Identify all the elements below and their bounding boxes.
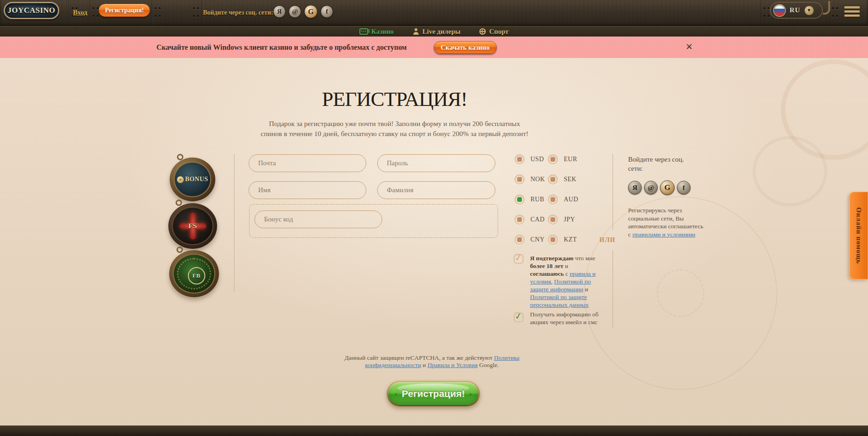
terms-bold: более 18 лет (530, 263, 563, 269)
online-help-tab[interactable]: Онлайн помощь (849, 192, 868, 279)
nav-bar: $$$ Казино Live дилеры Спорт (0, 26, 868, 37)
yandex-login-icon[interactable]: Я (628, 181, 642, 194)
facebook-login-icon[interactable]: f (677, 181, 691, 194)
email-field[interactable] (249, 154, 366, 172)
bonus-badge: + BONUS (170, 158, 215, 201)
currency-option-sek[interactable]: SEK (548, 174, 577, 185)
currency-label: CAD (530, 216, 545, 223)
password-field[interactable] (377, 154, 495, 172)
download-casino-button[interactable]: Скачать казино (434, 41, 497, 54)
currency-label: AUD (564, 196, 578, 203)
radio-icon[interactable] (548, 235, 558, 245)
recaptcha-plain: Данный сайт защищен reCAPTCHA, а так же … (344, 354, 494, 361)
radio-icon[interactable] (548, 194, 558, 205)
newsletter-checkbox[interactable]: ✓ (514, 312, 524, 322)
currency-option-cad[interactable]: CAD (515, 214, 545, 225)
logo[interactable]: JOYCASINO (4, 2, 59, 19)
terms-text: Я подтверждаю что мне более 18 лет и сог… (530, 254, 597, 309)
dealer-icon (413, 28, 419, 35)
recaptcha-plain: Google. (478, 362, 499, 368)
rivets (193, 7, 200, 17)
mailru-login-icon[interactable]: @ (289, 5, 301, 18)
language-code: RU (790, 6, 800, 14)
currency-option-kzt[interactable]: KZT (548, 234, 577, 245)
language-selector[interactable]: RU ▼ (770, 2, 823, 19)
page-subtitle: Подарок за регистрацию уже почти твой! З… (235, 119, 554, 139)
radio-icon[interactable] (548, 154, 558, 164)
page-title: РЕГИСТРАЦИЯ! (235, 87, 554, 111)
register-button[interactable]: Регистрация! (99, 4, 150, 17)
right-arrow-icon: › (469, 390, 472, 398)
chevron-down-icon[interactable]: ▼ (804, 5, 814, 16)
coffee-stain-decoration (753, 136, 827, 206)
radio-icon[interactable] (515, 194, 525, 205)
terms-plain: что мне (573, 255, 595, 262)
currency-label: JPY (564, 216, 575, 223)
currency-option-aud[interactable]: AUD (548, 194, 578, 205)
freespins-badge: FS (168, 203, 217, 249)
russia-flag-icon (773, 4, 786, 17)
tab-live-dealers[interactable]: Live дилеры (413, 28, 460, 36)
currency-option-rub[interactable]: RUB (515, 194, 544, 205)
footer-strip (0, 425, 868, 436)
currency-option-cny[interactable]: CNY (515, 234, 545, 245)
yandex-login-icon[interactable]: Я (273, 5, 286, 18)
radio-icon[interactable] (515, 235, 525, 245)
left-arrow-icon: ‹ (395, 390, 397, 398)
subtitle-line: Подарок за регистрацию уже почти твой! З… (269, 120, 520, 127)
currency-label: USD (530, 156, 544, 163)
badge-label: FB (192, 272, 201, 279)
radio-icon[interactable] (548, 174, 558, 184)
close-icon[interactable]: ✕ (686, 42, 693, 52)
terms-checkbox[interactable]: ✓ (514, 254, 524, 264)
logo-text: JOYCASINO (8, 6, 56, 15)
currency-option-nok[interactable]: NOK (515, 174, 545, 185)
first-name-field[interactable] (249, 181, 366, 199)
menu-button[interactable] (844, 6, 860, 19)
radio-icon[interactable] (515, 154, 525, 164)
registration-page: РЕГИСТРАЦИЯ! Подарок за регистрацию уже … (0, 58, 868, 425)
rivets (155, 7, 162, 17)
personal-data-policy-link[interactable]: Политикой по защите персональных данных (530, 294, 589, 308)
radio-icon[interactable] (515, 215, 525, 225)
coffee-stain-decoration (781, 59, 868, 160)
submit-registration-button[interactable]: ‹ Регистрация! › (387, 381, 480, 406)
google-login-icon[interactable]: G (304, 5, 317, 18)
subtitle-line: спинов в течение 10 дней, бесплатную ста… (261, 130, 529, 137)
currency-label: NOK (530, 176, 545, 183)
sport-globe-icon (479, 28, 486, 35)
or-label: ИЛИ (599, 236, 615, 244)
currency-option-usd[interactable]: USD (515, 154, 544, 165)
bonus-code-field[interactable] (255, 210, 382, 228)
badge-face: + BONUS (174, 162, 211, 197)
recaptcha-note: Данный сайт защищен reCAPTCHA, а так же … (341, 354, 523, 369)
last-name-field[interactable] (377, 181, 495, 199)
currency-option-eur[interactable]: EUR (548, 154, 577, 165)
badge-hook (175, 199, 183, 207)
radio-icon[interactable] (515, 174, 525, 184)
side-social-login: Я @ G f (628, 180, 691, 195)
badge-face: FB (173, 254, 215, 294)
google-terms-link[interactable]: Правила и Условия (427, 362, 478, 368)
freebet-badge: FB (169, 250, 219, 297)
download-banner: Скачайте новый Windows клиент казино и з… (0, 37, 868, 58)
terms-plain: , (551, 278, 554, 285)
header-seam (761, 0, 762, 26)
header-seam (68, 0, 69, 26)
rivets (832, 7, 839, 17)
or-divider (613, 154, 613, 230)
login-link[interactable]: Вход (73, 9, 87, 16)
radio-icon[interactable] (548, 215, 558, 225)
terms-and-conditions-link[interactable]: правилами и условиями (632, 231, 695, 238)
mailru-login-icon[interactable]: @ (644, 181, 658, 194)
header-social-login: Я @ G f (273, 5, 333, 18)
or-divider (613, 250, 613, 329)
google-login-icon[interactable]: G (660, 180, 675, 195)
tab-sport[interactable]: Спорт (479, 28, 509, 36)
coin-icon: + (177, 176, 184, 183)
facebook-login-icon[interactable]: f (321, 5, 333, 18)
currency-option-jpy[interactable]: JPY (548, 214, 575, 225)
badge-face: FS (172, 207, 213, 245)
social-login-prompt: Войдите через соц. сети: (203, 9, 273, 16)
tab-casino[interactable]: $$$ Казино (359, 28, 394, 36)
